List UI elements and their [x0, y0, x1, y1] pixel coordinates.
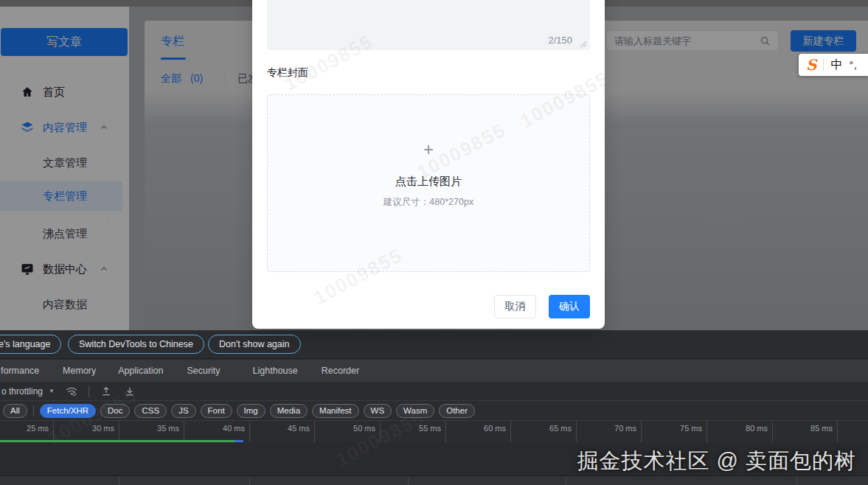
filter-chip-js[interactable]: JS [171, 404, 195, 418]
devtools-panel: ne's language Switch DevTools to Chinese… [0, 330, 868, 485]
switch-devtools-chinese-button[interactable]: Switch DevTools to Chinese [68, 335, 204, 354]
tab-security[interactable]: Security [178, 366, 228, 376]
timeline-tick: 35 ms [133, 424, 179, 433]
tab-memory[interactable]: Memory [55, 366, 104, 376]
filter-chip-all[interactable]: All [3, 404, 27, 418]
cover-upload-dropzone[interactable]: + 点击上传图片 建议尺寸：480*270px [267, 94, 590, 272]
timeline-tick: 75 ms [656, 424, 702, 433]
timeline-tick: 70 ms [591, 424, 636, 433]
cancel-button[interactable]: 取消 [494, 295, 536, 318]
filter-chip-media[interactable]: Media [270, 404, 308, 418]
overview-blue-tip [235, 440, 243, 442]
confirm-button[interactable]: 确认 [549, 295, 590, 318]
ime-toolbar[interactable]: S 中 °, [799, 54, 868, 76]
import-har-icon[interactable] [97, 383, 116, 399]
filter-chip-doc[interactable]: Doc [100, 404, 130, 418]
devtools-infobar: ne's language Switch DevTools to Chinese… [0, 330, 868, 359]
tab-application[interactable]: Application [110, 366, 171, 376]
tab-recorder[interactable]: Recorder [313, 366, 367, 376]
tab-lighthouse[interactable]: Lighthouse [245, 366, 306, 376]
bottom-bar-separator [566, 477, 566, 485]
filter-chip-img[interactable]: Img [237, 404, 265, 418]
upload-hint: 建议尺寸：480*270px [268, 196, 589, 209]
plus-icon: + [268, 141, 589, 158]
upload-text: 点击上传图片 [268, 175, 589, 189]
devtools-tab-bar: formance Memory Application Security Lig… [0, 360, 868, 382]
caret-down-icon: ▼ [49, 388, 55, 394]
column-description-textarea[interactable]: 2/150 [267, 0, 590, 50]
toolbar-separator [88, 385, 89, 397]
dont-show-again-button[interactable]: Don't show again [208, 335, 301, 354]
filter-chip-wasm[interactable]: Wasm [396, 404, 434, 418]
match-language-button[interactable]: ne's language [0, 335, 61, 354]
new-column-modal: 2/150 专栏封面 + 点击上传图片 建议尺寸：480*270px 取消 确认 [252, 0, 605, 329]
cover-label: 专栏封面 [267, 66, 308, 80]
bottom-bar-separator [796, 477, 797, 485]
timeline-tick: 30 ms [69, 424, 114, 433]
timeline-tick: 80 ms [722, 424, 768, 433]
timeline-tick: 60 ms [460, 424, 506, 433]
ime-separator [823, 58, 824, 71]
bottom-bar-separator [408, 477, 409, 485]
resize-grip-icon[interactable] [580, 41, 587, 48]
filter-chip-font[interactable]: Font [201, 404, 232, 418]
timeline-tick: 55 ms [395, 424, 441, 433]
timeline-tick: 50 ms [330, 424, 375, 433]
bottom-bar-separator [249, 477, 250, 485]
char-counter: 2/150 [548, 35, 572, 46]
timeline-tick: 45 ms [264, 424, 310, 433]
tab-performance[interactable]: formance [0, 366, 47, 376]
timeline-tick: 40 ms [199, 424, 245, 433]
ime-language-toggle[interactable]: 中 [830, 57, 842, 73]
network-filter-bar: All Fetch/XHR Doc CSS JS Font Img Media … [0, 401, 868, 421]
network-overview-timeline[interactable]: 25 ms 30 ms 35 ms 40 ms 45 ms 50 ms 55 m… [0, 421, 868, 475]
overview-green-line [0, 440, 235, 442]
screenshot-stage: 写文章 首页 内容管理 文章管理 专栏管理 沸点管理 数据中心 [0, 0, 868, 485]
sogou-logo-icon[interactable]: S [806, 56, 816, 74]
filter-chip-separator [33, 405, 34, 416]
devtools-bottom-bar [0, 475, 868, 485]
bottom-bar-separator [119, 477, 119, 485]
filter-chip-css[interactable]: CSS [134, 404, 167, 418]
filter-chip-manifest[interactable]: Manifest [312, 404, 358, 418]
ime-punctuation-toggle[interactable]: °, [849, 59, 858, 71]
filter-chip-fetch-xhr[interactable]: Fetch/XHR [40, 404, 96, 418]
throttling-select[interactable]: o throttling [1, 386, 43, 397]
export-har-icon[interactable] [120, 383, 139, 399]
network-toolbar: o throttling ▼ [0, 382, 868, 401]
timeline-tick: 85 ms [787, 424, 833, 433]
waterfall-area [0, 442, 868, 475]
network-conditions-icon[interactable] [62, 383, 81, 399]
filter-chip-other[interactable]: Other [439, 404, 475, 418]
timeline-tick: 25 ms [3, 424, 49, 433]
timeline-tick: 65 ms [526, 424, 572, 433]
filter-chip-ws[interactable]: WS [364, 404, 392, 418]
